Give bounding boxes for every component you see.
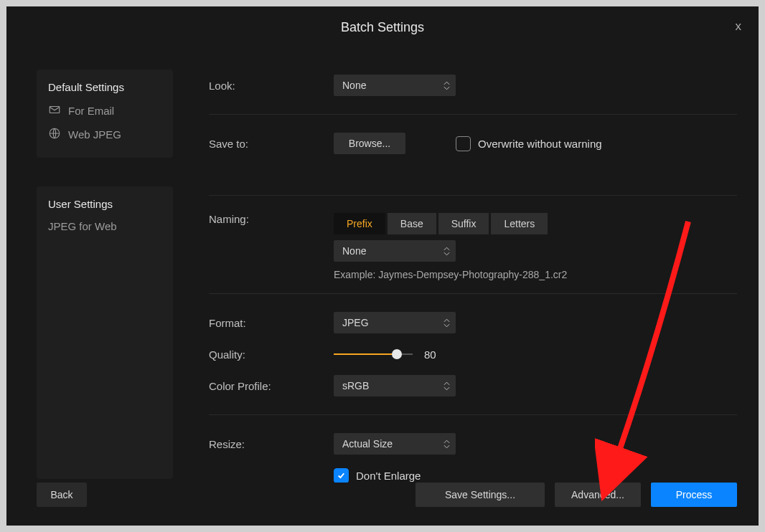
segment-letters[interactable]: Letters: [491, 213, 548, 234]
user-settings-header: User Settings: [37, 195, 173, 216]
format-row: Format: JPEG: [209, 307, 737, 338]
sidebar-item-for-email[interactable]: For Email: [37, 99, 173, 123]
user-settings-panel: User Settings JPEG for Web: [37, 186, 173, 479]
format-select[interactable]: JPEG: [334, 312, 456, 333]
naming-row: Naming: Prefix Base Suffix Letters None: [209, 209, 737, 280]
format-label: Format:: [209, 317, 334, 329]
stepper-icon: [443, 440, 450, 449]
sidebar-item-label: For Email: [68, 105, 114, 117]
sidebar-item-label: Web JPEG: [68, 128, 121, 141]
quality-value: 80: [424, 348, 436, 361]
naming-example: Example: Jaymes-Dempsey-Photography-288_…: [334, 269, 567, 280]
process-button[interactable]: Process: [651, 483, 737, 507]
naming-label: Naming:: [209, 213, 334, 225]
stepper-icon: [443, 247, 450, 256]
footer: Back Save Settings... Advanced... Proces…: [6, 483, 759, 526]
advanced-button[interactable]: Advanced...: [555, 483, 641, 507]
color-profile-value: sRGB: [342, 380, 369, 391]
naming-select[interactable]: None: [334, 240, 456, 262]
naming-segmented: Prefix Base Suffix Letters: [334, 213, 567, 234]
look-select[interactable]: None: [334, 75, 456, 96]
overwrite-label: Overwrite without warning: [478, 138, 602, 150]
color-profile-label: Color Profile:: [209, 380, 334, 392]
mail-icon: [48, 103, 61, 118]
svg-rect-0: [50, 107, 60, 113]
dont-enlarge-row: Don't Enlarge: [209, 460, 737, 483]
window-title: Batch Settings: [341, 20, 424, 35]
default-settings-header: Default Settings: [37, 78, 173, 99]
overwrite-checkbox[interactable]: [456, 136, 471, 151]
main-content: Look: None Save to: Browse... Overwrite …: [173, 48, 759, 483]
dont-enlarge-check-row[interactable]: Don't Enlarge: [334, 468, 421, 483]
stepper-icon: [443, 318, 450, 328]
color-profile-row: Color Profile: sRGB: [209, 370, 737, 402]
overwrite-check-row[interactable]: Overwrite without warning: [456, 136, 602, 151]
quality-label: Quality:: [209, 348, 334, 361]
color-profile-select[interactable]: sRGB: [334, 375, 456, 396]
stepper-icon: [443, 81, 450, 90]
resize-select[interactable]: Actual Size: [334, 433, 456, 455]
titlebar: Batch Settings x: [6, 6, 759, 48]
segment-suffix[interactable]: Suffix: [438, 213, 489, 234]
segment-base[interactable]: Base: [388, 213, 436, 234]
default-settings-panel: Default Settings For Email Web JPEG: [37, 70, 173, 158]
resize-value: Actual Size: [342, 438, 393, 450]
look-row: Look: None: [209, 70, 737, 101]
slider-thumb[interactable]: [392, 349, 402, 359]
dont-enlarge-label: Don't Enlarge: [356, 470, 421, 482]
back-button[interactable]: Back: [37, 483, 87, 507]
globe-icon: [48, 127, 61, 142]
resize-label: Resize:: [209, 438, 334, 450]
segment-prefix[interactable]: Prefix: [334, 213, 385, 234]
quality-row: Quality: 80: [209, 338, 737, 370]
divider: [209, 195, 737, 196]
dont-enlarge-checkbox[interactable]: [334, 468, 349, 483]
quality-slider[interactable]: [334, 347, 413, 361]
browse-button[interactable]: Browse...: [334, 133, 405, 154]
divider: [209, 114, 737, 115]
stepper-icon: [443, 381, 450, 391]
look-value: None: [342, 80, 366, 91]
naming-value: None: [342, 245, 366, 257]
sidebar: Default Settings For Email Web JPEG User…: [6, 48, 173, 483]
divider: [209, 293, 737, 294]
divider: [209, 414, 737, 415]
resize-row: Resize: Actual Size: [209, 428, 737, 460]
save-settings-button[interactable]: Save Settings...: [416, 483, 545, 507]
sidebar-item-label: JPEG for Web: [48, 220, 117, 232]
look-label: Look:: [209, 80, 334, 92]
sidebar-item-web-jpeg[interactable]: Web JPEG: [37, 123, 173, 146]
close-icon[interactable]: x: [736, 19, 742, 34]
save-to-row: Save to: Browse... Overwrite without war…: [209, 128, 737, 159]
save-to-label: Save to:: [209, 138, 334, 150]
format-value: JPEG: [342, 317, 369, 328]
sidebar-item-jpeg-for-web[interactable]: JPEG for Web: [37, 216, 173, 237]
